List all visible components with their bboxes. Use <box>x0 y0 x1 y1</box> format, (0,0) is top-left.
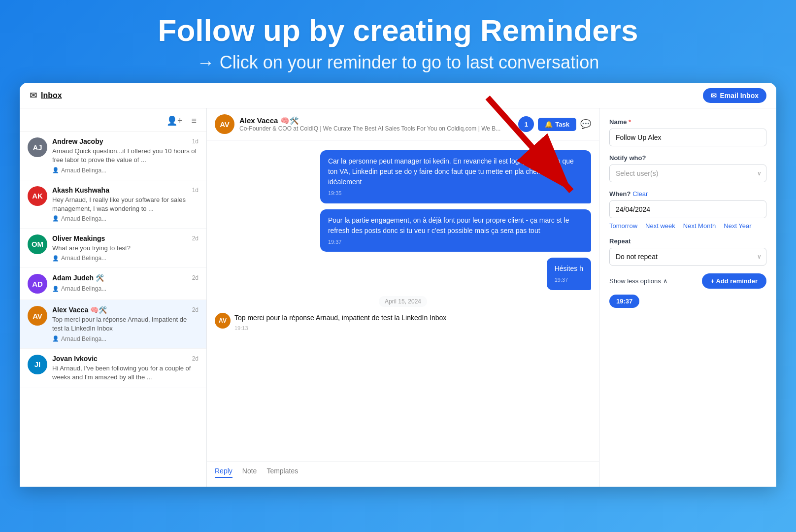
conv-body: Jovan Ivkovic 2d Hi Arnaud, I've been fo… <box>52 355 199 382</box>
incoming-time: 19:13 <box>234 325 591 331</box>
agent-icon: 👤 <box>52 335 59 342</box>
tab-templates[interactable]: Templates <box>266 467 298 478</box>
top-bar-right: ✉ Email Inbox <box>703 88 766 103</box>
tab-note[interactable]: Note <box>242 467 257 478</box>
avatar: AD <box>28 274 47 294</box>
chat-header: AV Alex Vacca 🧠🛠️ Co-Founder & COO at Co… <box>207 108 599 140</box>
email-inbox-button[interactable]: ✉ Email Inbox <box>703 88 766 103</box>
chat-compose: Reply Note Templates <box>207 462 599 487</box>
chat-options-button[interactable]: 💬 <box>580 119 591 130</box>
conversation-item[interactable]: AJ Andrew Jacoby 1d Arnaud Quick questio… <box>20 132 206 180</box>
add-person-button[interactable]: 👤+ <box>165 113 185 128</box>
sidebar: 👤+ ≡ AJ Andrew Jacoby 1d Arnaud Quick qu… <box>20 108 207 487</box>
last-msg-time-chip: 19:37 <box>609 295 639 308</box>
chat-header-actions: 1 🔔 Task 💬 <box>518 116 591 132</box>
hero-banner: Follow up by creating Reminders → Click … <box>0 0 796 83</box>
chat-header-info: Alex Vacca 🧠🛠️ Co-Founder & COO at ColdI… <box>239 116 513 132</box>
agent-icon: 👤 <box>52 215 59 222</box>
contact-subtitle: Co-Founder & COO at ColdIQ | We Curate T… <box>239 125 513 132</box>
task-panel: Name * Notify who? Select user(s) ∨ When… <box>599 108 776 487</box>
agent-icon: 👤 <box>52 167 59 173</box>
avatar: AK <box>28 186 47 206</box>
conversation-item[interactable]: AD Adam Judeh 🛠️ 2d 👤 Arnaud Belinga... <box>20 268 206 300</box>
agent-icon: 👤 <box>52 286 59 292</box>
top-bar: ✉ Inbox ✉ Email Inbox <box>20 83 776 108</box>
add-reminder-button[interactable]: + Add reminder <box>702 273 766 289</box>
quick-date-next-week[interactable]: Next week <box>645 222 675 230</box>
required-indicator: * <box>627 118 631 126</box>
message-time: 19:35 <box>328 189 583 198</box>
contact-avatar: AV <box>215 114 234 134</box>
hero-title: Follow up by creating Reminders <box>10 14 786 47</box>
inbox-label: Inbox <box>41 91 62 100</box>
task-panel-footer: Show less options ∧ + Add reminder <box>609 273 766 289</box>
message-bubble: Car la personne peut manager toi kedin. … <box>320 150 591 203</box>
when-label: When?Clear <box>609 190 766 198</box>
chat-messages: Car la personne peut manager toi kedin. … <box>207 140 599 462</box>
quick-date-next-month[interactable]: Next Month <box>683 222 716 230</box>
show-less-button[interactable]: Show less options ∧ <box>609 277 668 285</box>
conv-time: 2d <box>192 274 199 281</box>
date-input[interactable] <box>609 200 766 218</box>
message-time: 19:37 <box>555 276 583 284</box>
conv-preview: Hey Arnaud, I really like your software … <box>52 196 199 213</box>
task-panel-inner: Name * Notify who? Select user(s) ∨ When… <box>599 108 776 318</box>
conv-footer: 👤 Arnaud Belinga... <box>52 285 199 292</box>
conv-preview: What are you trying to test? <box>52 244 199 253</box>
conv-preview: Hi Arnaud, I've been following you for a… <box>52 364 199 382</box>
conv-preview: Top merci pour la réponse Arnaud, impati… <box>52 315 199 333</box>
email-inbox-icon: ✉ <box>711 92 717 100</box>
clear-link[interactable]: Clear <box>632 190 648 198</box>
filter-button[interactable]: ≡ <box>189 114 199 128</box>
message-time: 19:37 <box>328 238 583 246</box>
unread-badge: 1 <box>518 116 534 132</box>
incoming-msg-body: Top merci pour la réponse Arnaud, impati… <box>234 313 591 331</box>
message-bubble: Pour la partie engagement, on à déjà fon… <box>320 209 591 252</box>
repeat-select[interactable]: Do not repeat Daily Weekly <box>609 248 766 266</box>
conversation-item[interactable]: JI Jovan Ivkovic 2d Hi Arnaud, I've been… <box>20 349 206 388</box>
sidebar-tools: 👤+ ≡ <box>20 108 206 132</box>
conv-name: Jovan Ivkovic <box>52 355 98 363</box>
conv-header: Akash Kushwaha 1d <box>52 186 199 194</box>
notify-field-label: Notify who? <box>609 154 766 162</box>
message-bubble: Hésites h 19:37 <box>547 258 591 290</box>
conv-time: 2d <box>192 355 199 362</box>
email-inbox-label: Email Inbox <box>720 92 759 100</box>
incoming-message: AV Top merci pour la réponse Arnaud, imp… <box>215 313 591 331</box>
conv-header: Andrew Jacoby 1d <box>52 137 199 145</box>
task-label: Task <box>555 121 569 128</box>
inbox-nav[interactable]: ✉ Inbox <box>30 90 62 101</box>
name-field-label: Name * <box>609 118 766 126</box>
task-button[interactable]: 🔔 Task <box>538 118 576 131</box>
quick-date-next-year[interactable]: Next Year <box>724 222 751 230</box>
conversation-item[interactable]: AK Akash Kushwaha 1d Hey Arnaud, I reall… <box>20 180 206 229</box>
conv-agent: Arnaud Belinga... <box>61 215 106 222</box>
hero-subtitle: → Click on your reminder to go to last c… <box>10 52 786 73</box>
chevron-up-icon: ∧ <box>663 277 668 285</box>
task-name-input[interactable] <box>609 129 766 146</box>
conv-preview: Arnaud Quick question...if I offered you… <box>52 147 199 165</box>
app-container: ✉ Inbox ✉ Email Inbox 👤+ ≡ AJ Andrew Jac… <box>20 83 776 487</box>
conv-time: 1d <box>192 138 199 145</box>
conversation-item[interactable]: OM Oliver Meakings 2d What are you tryin… <box>20 229 206 268</box>
tab-reply[interactable]: Reply <box>215 467 232 478</box>
task-icon: 🔔 <box>545 121 553 128</box>
contact-name: Alex Vacca 🧠🛠️ <box>239 116 513 125</box>
conv-name: Alex Vacca 🧠🛠️ <box>52 306 107 314</box>
conv-time: 1d <box>192 187 199 194</box>
quick-date-tomorrow[interactable]: Tomorrow <box>609 222 637 230</box>
date-separator: April 15, 2024 <box>379 296 427 307</box>
conv-name: Oliver Meakings <box>52 234 105 242</box>
conv-name: Adam Judeh 🛠️ <box>52 274 104 282</box>
quick-dates: Tomorrow Next week Next Month Next Year <box>609 222 766 230</box>
conv-footer: 👤 Arnaud Belinga... <box>52 215 199 222</box>
notify-select[interactable]: Select user(s) <box>609 165 766 182</box>
conv-footer: 👤 Arnaud Belinga... <box>52 335 199 342</box>
repeat-select-wrapper: Do not repeat Daily Weekly ∨ <box>609 248 766 266</box>
conv-agent: Arnaud Belinga... <box>61 167 106 174</box>
message-text: Car la personne peut manager toi kedin. … <box>328 156 583 187</box>
avatar: JI <box>28 355 47 374</box>
conversation-item[interactable]: AV Alex Vacca 🧠🛠️ 2d Top merci pour la r… <box>20 300 206 348</box>
conv-agent: Arnaud Belinga... <box>61 335 106 342</box>
conv-time: 2d <box>192 235 199 242</box>
